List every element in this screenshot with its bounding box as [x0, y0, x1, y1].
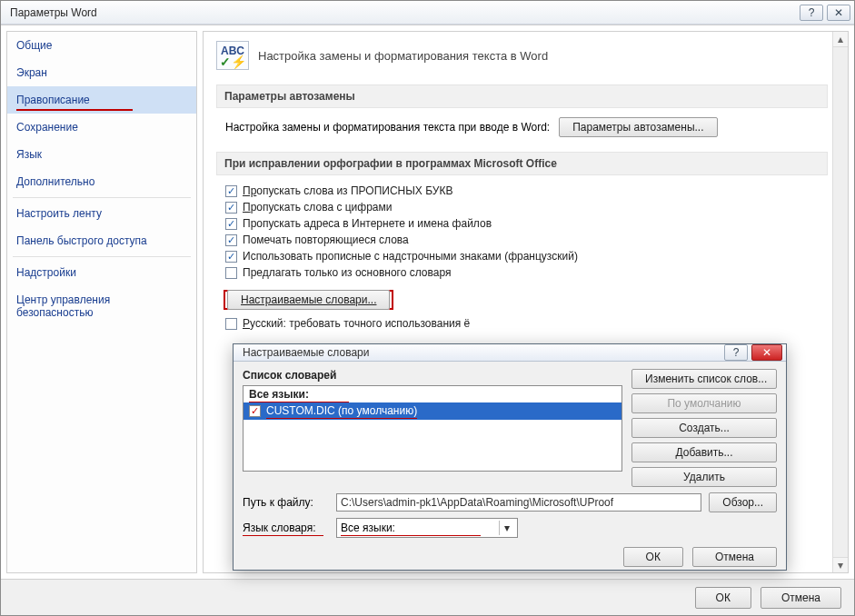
help-button[interactable]: ? — [800, 5, 823, 21]
cancel-button[interactable]: Отмена — [761, 587, 841, 609]
dict-path-row: Путь к файлу: Обзор... — [243, 492, 777, 512]
sidebar-separator — [13, 197, 191, 198]
check-label: Использовать прописные с надстрочными зн… — [243, 250, 578, 263]
check-label: Пропускать слова из ПРОПИСНЫХ БУКВ — [243, 184, 452, 197]
proofing-icon: ABC ✓⚡ — [216, 41, 249, 70]
sidebar-item-trust-center[interactable]: Центр управления безопасностью — [7, 286, 196, 326]
scroll-down-icon[interactable]: ▾ — [833, 557, 848, 572]
autocorrect-label: Настройка замены и форматирования текста… — [225, 121, 550, 134]
check-russian-yo[interactable]: Русский: требовать точного использования… — [225, 317, 828, 330]
close-button[interactable]: ✕ — [827, 5, 850, 21]
custom-dict-highlight: Настраиваемые словари... — [224, 290, 393, 310]
dict-list-item[interactable]: ✓ CUSTOM.DIC (по умолчанию) — [244, 402, 621, 420]
scroll-up-icon[interactable]: ▴ — [833, 32, 848, 47]
checkbox-icon[interactable] — [225, 202, 237, 214]
sidebar-item-save[interactable]: Сохранение — [7, 114, 196, 141]
dialog-close-button[interactable]: ✕ — [751, 344, 782, 361]
edit-word-list-button[interactable]: Изменить список слов... — [631, 369, 777, 389]
sidebar-item-language[interactable]: Язык — [7, 141, 196, 168]
check-numbers[interactable]: Пропускать слова с цифрами — [225, 201, 828, 214]
checkbox-icon[interactable]: ✓ — [249, 405, 261, 417]
check-french-caps[interactable]: Использовать прописные с надстрочными зн… — [225, 250, 828, 263]
check-label: Пропускать слова с цифрами — [243, 201, 392, 214]
sidebar-item-proofing[interactable]: Правописание — [7, 86, 196, 114]
dialog-title: Настраиваемые словари — [237, 346, 721, 359]
checkbox-icon[interactable] — [225, 267, 237, 279]
dict-language-label: Язык словаря: — [243, 522, 329, 534]
checkbox-icon[interactable] — [225, 318, 237, 330]
page-header: ABC ✓⚡ Настройка замены и форматирования… — [216, 41, 828, 70]
check-repeated[interactable]: Помечать повторяющиеся слова — [225, 233, 828, 246]
checkbox-icon[interactable] — [225, 251, 237, 263]
check-uppercase[interactable]: Пропускать слова из ПРОПИСНЫХ БУКВ — [225, 184, 828, 197]
custom-dictionaries-button[interactable]: Настраиваемые словари... — [227, 290, 390, 310]
dict-list-label: Список словарей — [243, 369, 622, 382]
autocorrect-options-button[interactable]: Параметры автозамены... — [559, 117, 717, 137]
dict-listbox[interactable]: Все языки: ✓ CUSTOM.DIC (по умолчанию) — [243, 385, 622, 472]
sidebar-separator — [13, 256, 191, 257]
chevron-down-icon[interactable]: ▾ — [499, 521, 513, 535]
checkbox-icon[interactable] — [225, 218, 237, 230]
dialog-cancel-button[interactable]: Отмена — [692, 547, 777, 567]
dict-list-area: Список словарей Все языки: ✓ CUSTOM.DIC … — [243, 369, 777, 487]
autocorrect-group-header: Параметры автозамены — [216, 84, 828, 108]
sidebar-item-addins[interactable]: Надстройки — [7, 259, 196, 286]
vertical-scrollbar[interactable]: ▴ ▾ — [832, 32, 848, 572]
autocorrect-row: Настройка замены и форматирования текста… — [225, 117, 828, 137]
window-footer: ОК Отмена — [1, 579, 854, 615]
page-heading: Настройка замены и форматирования текста… — [258, 49, 548, 63]
dialog-help-button[interactable]: ? — [724, 344, 748, 361]
check-label: Русский: требовать точного использования… — [243, 317, 470, 330]
sidebar-item-general[interactable]: Общие — [7, 32, 196, 59]
check-label: Помечать повторяющиеся слова — [243, 233, 409, 246]
dialog-footer: ОК Отмена — [243, 543, 777, 567]
sidebar-item-quick-access[interactable]: Панель быстрого доступа — [7, 227, 196, 254]
dict-language-row: Язык словаря: Все языки: ▾ — [243, 518, 777, 538]
add-dict-button[interactable]: Добавить... — [631, 442, 777, 462]
custom-dictionaries-dialog: Настраиваемые словари ? ✕ Список словаре… — [233, 343, 787, 571]
dict-language-value: Все языки: — [341, 522, 395, 534]
check-main-dict-only[interactable]: Предлагать только из основного словаря — [225, 266, 828, 279]
ok-button[interactable]: ОК — [695, 587, 751, 609]
dialog-ok-button[interactable]: ОК — [623, 547, 683, 567]
browse-button[interactable]: Обзор... — [709, 492, 777, 512]
dialog-body: Список словарей Все языки: ✓ CUSTOM.DIC … — [234, 362, 786, 574]
dict-path-input[interactable] — [336, 493, 701, 512]
options-sidebar: Общие Экран Правописание Сохранение Язык… — [6, 31, 197, 573]
check-label: Предлагать только из основного словаря — [243, 266, 451, 279]
checkbox-icon[interactable] — [225, 234, 237, 246]
sidebar-item-customize-ribbon[interactable]: Настроить ленту — [7, 200, 196, 227]
dict-buttons-column: Изменить список слов... По умолчанию Соз… — [631, 369, 777, 487]
check-label: Пропускать адреса в Интернете и имена фа… — [243, 217, 492, 230]
dict-item-label: CUSTOM.DIC (по умолчанию) — [266, 404, 417, 418]
check-internet[interactable]: Пропускать адреса в Интернете и имена фа… — [225, 217, 828, 230]
content-inner: ABC ✓⚡ Настройка замены и форматирования… — [204, 32, 848, 343]
create-dict-button[interactable]: Создать... — [631, 418, 777, 438]
spelling-group-header: При исправлении орфографии в программах … — [216, 152, 828, 175]
sidebar-item-display[interactable]: Экран — [7, 59, 196, 86]
word-options-window: Параметры Word ? ✕ Общие Экран Правописа… — [0, 0, 855, 616]
window-title: Параметры Word — [5, 6, 796, 19]
delete-dict-button[interactable]: Удалить — [631, 467, 777, 487]
dict-list-column: Список словарей Все языки: ✓ CUSTOM.DIC … — [243, 369, 622, 487]
dict-path-label: Путь к файлу: — [243, 496, 329, 509]
dialog-titlebar: Настраиваемые словари ? ✕ — [234, 344, 786, 362]
dict-list-header: Все языки: — [244, 386, 621, 402]
checkbox-icon[interactable] — [225, 185, 237, 197]
set-default-button[interactable]: По умолчанию — [631, 393, 777, 413]
custom-dict-button-label: Настраиваемые словари... — [241, 293, 376, 306]
dict-language-combo[interactable]: Все языки: ▾ — [336, 518, 518, 538]
titlebar: Параметры Word ? ✕ — [1, 1, 854, 25]
sidebar-item-advanced[interactable]: Дополнительно — [7, 168, 196, 195]
